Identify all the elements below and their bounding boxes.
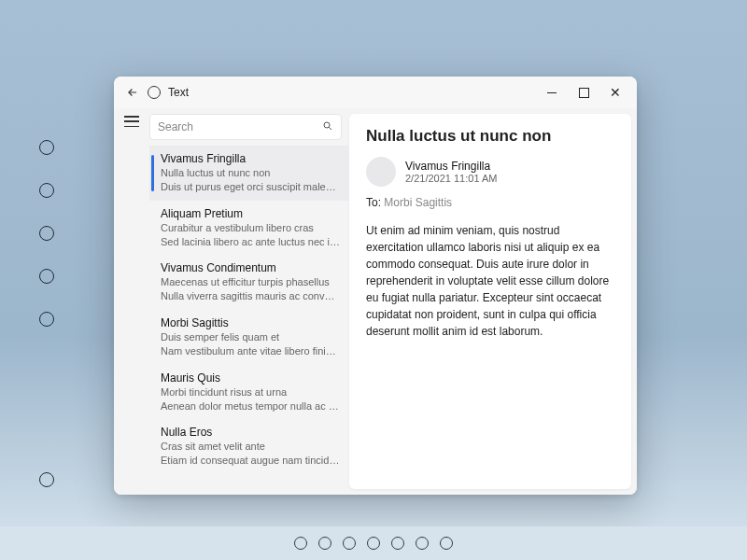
desktop-side-icon[interactable] bbox=[39, 183, 54, 198]
to-row: To: Morbi Sagittis bbox=[366, 196, 614, 209]
list-item-preview: Nam vestibulum ante vitae libero finibus… bbox=[161, 344, 340, 358]
list-item-title: Vivamus Fringilla bbox=[161, 152, 340, 166]
search-placeholder: Search bbox=[158, 120, 322, 133]
list-item-subtitle: Duis semper felis quam et bbox=[161, 330, 340, 344]
taskbar-item[interactable] bbox=[318, 537, 331, 550]
svg-line-1 bbox=[329, 127, 331, 130]
message-list: Vivamus FringillaNulla luctus ut nunc no… bbox=[149, 146, 349, 495]
list-item-subtitle: Curabitur a vestibulum libero cras bbox=[161, 221, 340, 235]
list-item-preview: Duis ut purus eget orci suscipit malesua… bbox=[161, 180, 340, 194]
desktop-side-icons bbox=[39, 140, 54, 327]
taskbar[interactable] bbox=[0, 526, 747, 560]
maximize-button[interactable] bbox=[568, 79, 599, 105]
taskbar-item[interactable] bbox=[367, 537, 380, 550]
back-arrow-icon bbox=[126, 86, 139, 99]
list-item-subtitle: Cras sit amet velit ante bbox=[161, 440, 340, 454]
app-window: Text ✕ Search Vivamus FringillaNulla luc… bbox=[114, 77, 637, 495]
list-item-preview: Etiam id consequat augue nam tincidunt bbox=[161, 454, 340, 468]
desktop-side-icon[interactable] bbox=[39, 226, 54, 241]
detail-title: Nulla luctus ut nunc non bbox=[366, 127, 614, 146]
avatar bbox=[366, 157, 396, 187]
list-item-title: Vivamus Condimentum bbox=[161, 261, 340, 275]
list-item[interactable]: Vivamus FringillaNulla luctus ut nunc no… bbox=[149, 146, 349, 201]
svg-point-0 bbox=[324, 122, 330, 128]
list-item[interactable]: Morbi SagittisDuis semper felis quam etN… bbox=[149, 310, 349, 365]
list-item-preview: Sed lacinia libero ac ante luctus nec in… bbox=[161, 235, 340, 249]
hamburger-icon[interactable] bbox=[124, 116, 139, 127]
list-item[interactable]: Vivamus CondimentumMaecenas ut efficitur… bbox=[149, 255, 349, 310]
window-title: Text bbox=[168, 86, 189, 99]
list-item-title: Nulla Eros bbox=[161, 426, 340, 440]
taskbar-item[interactable] bbox=[416, 537, 429, 550]
list-item-title: Morbi Sagittis bbox=[161, 316, 340, 330]
message-body: Ut enim ad minim veniam, quis nostrud ex… bbox=[366, 222, 614, 340]
minimize-button[interactable] bbox=[536, 79, 568, 105]
taskbar-item[interactable] bbox=[343, 537, 356, 550]
desktop-side-icon[interactable] bbox=[39, 140, 54, 155]
search-input[interactable]: Search bbox=[149, 114, 342, 140]
window-content: Search Vivamus FringillaNulla luctus ut … bbox=[114, 108, 637, 495]
back-button[interactable] bbox=[123, 83, 142, 102]
list-item-title: Aliquam Pretium bbox=[161, 207, 340, 221]
list-item-subtitle: Maecenas ut efficitur turpis phasellus bbox=[161, 275, 340, 289]
list-item-subtitle: Morbi tincidunt risus at urna bbox=[161, 385, 340, 399]
list-pane: Search Vivamus FringillaNulla luctus ut … bbox=[149, 108, 349, 495]
sender-date: 2/21/2021 11:01 AM bbox=[405, 173, 497, 184]
titlebar[interactable]: Text ✕ bbox=[114, 77, 637, 108]
sender-row: Vivamus Fringilla 2/21/2021 11:01 AM bbox=[366, 157, 614, 187]
to-value: Morbi Sagittis bbox=[384, 196, 452, 209]
desktop-side-icon-bottom[interactable] bbox=[39, 472, 54, 487]
taskbar-item[interactable] bbox=[440, 537, 453, 550]
list-item-preview: Nulla viverra sagittis mauris ac convall… bbox=[161, 289, 340, 303]
desktop-side-icon[interactable] bbox=[39, 312, 54, 327]
taskbar-item[interactable] bbox=[391, 537, 404, 550]
list-item-subtitle: Nulla luctus ut nunc non bbox=[161, 166, 340, 180]
close-button[interactable]: ✕ bbox=[599, 79, 631, 105]
list-item-title: Mauris Quis bbox=[161, 371, 340, 385]
app-icon bbox=[148, 86, 161, 99]
list-item[interactable]: Mauris QuisMorbi tincidunt risus at urna… bbox=[149, 365, 349, 420]
search-icon bbox=[322, 120, 333, 134]
taskbar-item[interactable] bbox=[294, 537, 307, 550]
list-item-preview: Aenean dolor metus tempor nulla ac dapib… bbox=[161, 399, 340, 413]
list-item[interactable]: Nulla ErosCras sit amet velit anteEtiam … bbox=[149, 419, 349, 474]
detail-pane: Nulla luctus ut nunc non Vivamus Fringil… bbox=[349, 114, 631, 489]
sender-name: Vivamus Fringilla bbox=[405, 160, 497, 173]
desktop: Text ✕ Search Vivamus FringillaNulla luc… bbox=[0, 0, 747, 560]
to-label: To: bbox=[366, 196, 381, 209]
list-item[interactable]: Aliquam PretiumCurabitur a vestibulum li… bbox=[149, 201, 349, 256]
nav-rail bbox=[114, 108, 149, 495]
desktop-side-icon[interactable] bbox=[39, 269, 54, 284]
